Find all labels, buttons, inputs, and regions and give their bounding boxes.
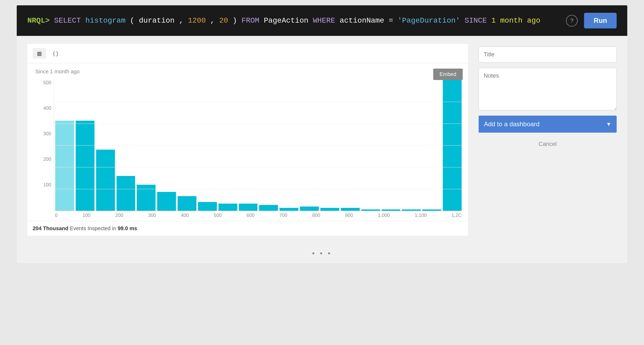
y-axis-200: 200: [35, 157, 51, 162]
help-button[interactable]: ?: [566, 15, 578, 27]
bar-2: [96, 150, 115, 211]
y-axis-100: 100: [35, 182, 51, 188]
histogram-wrapper: 500 400 300 200 100 0 100 200: [33, 80, 463, 218]
event-count: 204 Thousand: [33, 225, 68, 231]
chart-footer: 204 Thousand Events Inspected in 99.0 ms: [27, 221, 468, 236]
bar-7: [198, 202, 217, 211]
bar-chart-icon: ▩: [37, 51, 42, 56]
right-panel: Add to a dashboard ▼ Cancel: [479, 44, 617, 236]
title-input[interactable]: [479, 47, 617, 62]
bar-12: [300, 207, 319, 211]
bar-13: [320, 208, 339, 211]
chart-area: Embed Since 1 month ago 500 400 300 200 …: [27, 63, 468, 221]
bar-15: [361, 209, 380, 211]
bars-area: [54, 80, 463, 211]
query-text: NRQL> SELECT histogram ( duration , 1200…: [27, 15, 540, 26]
bar-9: [239, 204, 258, 211]
add-dashboard-label: Add to a dashboard: [484, 120, 540, 128]
time-label: Since 1 month ago: [33, 69, 463, 75]
json-icon: { }: [53, 51, 58, 56]
bottom-dots: • • •: [17, 244, 627, 263]
chart-panel: ▩ { } Embed Since 1 month ago 500 400 30…: [27, 44, 468, 236]
y-axis: 500 400 300 200 100: [35, 80, 51, 218]
bar-chart-button[interactable]: ▩: [33, 48, 46, 59]
y-axis-500: 500: [35, 80, 51, 86]
chart-content: 0 100 200 300 400 500 600 700 800 900 1,…: [54, 80, 463, 218]
y-axis-300: 300: [35, 131, 51, 137]
add-dashboard-button[interactable]: Add to a dashboard ▼: [479, 116, 617, 133]
chart-toolbar: ▩ { }: [27, 44, 468, 63]
bar-10: [259, 205, 278, 211]
bar-11: [280, 208, 298, 211]
content-area: ▩ { } Embed Since 1 month ago 500 400 30…: [17, 36, 627, 244]
notes-textarea[interactable]: [479, 68, 617, 110]
query-actions: ? Run: [566, 13, 617, 28]
bar-14: [341, 208, 360, 211]
bar-4: [137, 185, 156, 211]
event-time: 99.0 ms: [118, 225, 137, 231]
chevron-down-icon: ▼: [606, 121, 611, 127]
events-label: Events Inspected in: [70, 225, 118, 231]
bar-6: [178, 196, 196, 211]
bar-5: [157, 192, 176, 211]
bar-16: [382, 209, 401, 211]
query-function: histogram: [85, 16, 125, 25]
x-axis: 0 100 200 300 400 500 600 700 800 900 1,…: [54, 211, 463, 218]
run-button[interactable]: Run: [584, 13, 617, 28]
bar-0: [55, 121, 74, 211]
main-container: NRQL> SELECT histogram ( duration , 1200…: [17, 5, 627, 263]
bar-19: [443, 80, 462, 211]
bar-1: [76, 121, 95, 211]
bar-18: [422, 209, 441, 211]
json-button[interactable]: { }: [49, 48, 62, 59]
cancel-button[interactable]: Cancel: [479, 138, 617, 150]
bar-17: [402, 209, 421, 211]
query-bar: NRQL> SELECT histogram ( duration , 1200…: [17, 5, 627, 36]
bar-3: [117, 176, 135, 211]
query-select-keyword: SELECT: [54, 16, 81, 25]
nrql-label: NRQL>: [27, 16, 50, 25]
embed-button[interactable]: Embed: [433, 69, 463, 80]
y-axis-400: 400: [35, 106, 51, 111]
bar-8: [218, 204, 237, 211]
